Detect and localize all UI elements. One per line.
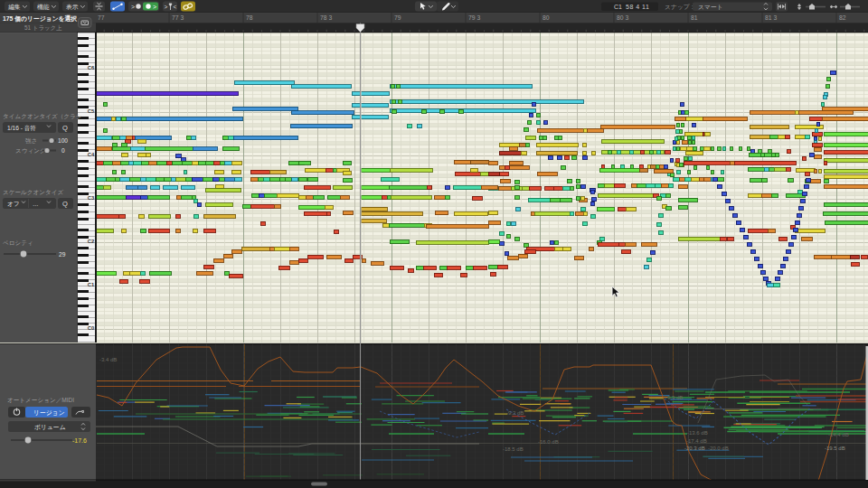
svg-text:81 3: 81 3: [765, 14, 777, 21]
svg-text:スウィング: スウィング: [15, 147, 46, 154]
svg-text:-20.0 dB: -20.0 dB: [708, 446, 729, 451]
svg-text:79 3: 79 3: [468, 14, 480, 21]
svg-text:-20.3 dB: -20.3 dB: [684, 446, 705, 451]
svg-text:-18.5 dB: -18.5 dB: [503, 446, 524, 452]
svg-text:オフ: オフ: [7, 201, 20, 208]
svg-text:C6: C6: [88, 65, 95, 70]
svg-text:0: 0: [61, 147, 65, 154]
svg-text:リージョン: リージョン: [33, 409, 65, 416]
svg-text:>: >: [153, 4, 156, 10]
svg-text:58 4 11: 58 4 11: [626, 4, 649, 10]
svg-text:C0: C0: [88, 325, 94, 331]
svg-text:…: …: [33, 201, 39, 207]
svg-text:77: 77: [98, 14, 105, 21]
svg-text:C1: C1: [88, 282, 95, 287]
svg-text:78 3: 78 3: [320, 14, 332, 21]
svg-text:表示: 表示: [66, 4, 79, 11]
svg-text:51 トラック上: 51 トラック上: [24, 24, 62, 31]
svg-text:-3.4 dB: -3.4 dB: [99, 357, 117, 362]
svg-text:-17.6: -17.6: [72, 437, 87, 444]
svg-text:>: >: [131, 4, 135, 10]
svg-text:-13.6 dB: -13.6 dB: [687, 430, 708, 436]
svg-text:Q: Q: [62, 124, 68, 132]
svg-text:-16.0 dB: -16.0 dB: [538, 439, 559, 445]
svg-text:175 個のリージョンを選択: 175 個のリージョンを選択: [3, 14, 77, 23]
svg-text:Q: Q: [62, 200, 68, 208]
svg-text:C2: C2: [88, 239, 94, 244]
svg-text:-9.9 dB: -9.9 dB: [665, 395, 683, 400]
svg-text:C5: C5: [88, 108, 95, 114]
svg-text:1/16 - 音符: 1/16 - 音符: [7, 125, 36, 132]
svg-text:-14.4 dB: -14.4 dB: [828, 432, 849, 437]
svg-text:スマート: スマート: [698, 4, 723, 10]
svg-text:機能: 機能: [37, 4, 50, 11]
svg-text:79: 79: [394, 14, 401, 21]
svg-text:<: <: [174, 4, 177, 10]
svg-text:-19.5 dB: -19.5 dB: [825, 446, 845, 451]
svg-text:ボリューム: ボリューム: [34, 424, 66, 430]
svg-text:100: 100: [58, 137, 68, 144]
svg-text:29: 29: [59, 251, 66, 258]
svg-text:-9.2 dB: -9.2 dB: [506, 410, 524, 416]
svg-text:オートメーション／MIDI: オートメーション／MIDI: [7, 397, 74, 404]
svg-text:編集: 編集: [8, 4, 21, 10]
svg-text:強さ: 強さ: [25, 137, 37, 145]
svg-text:C1: C1: [614, 4, 622, 10]
svg-text:77 3: 77 3: [172, 14, 184, 21]
svg-text:80: 80: [542, 14, 550, 21]
svg-text:-17.4 dB: -17.4 dB: [686, 438, 707, 444]
svg-text:80 3: 80 3: [617, 14, 628, 21]
svg-text:スナップ :: スナップ :: [665, 4, 693, 10]
svg-text:スケールクオンタイズ: スケールクオンタイズ: [3, 189, 64, 196]
svg-text:C3: C3: [88, 195, 95, 201]
svg-text:>: >: [165, 4, 168, 10]
svg-text:C4: C4: [88, 152, 95, 157]
svg-text:タイムクオンタイズ（クラシ: タイムクオンタイズ（クラシ: [3, 113, 82, 120]
svg-text:82: 82: [839, 14, 846, 21]
svg-text:ベロシティ: ベロシティ: [3, 239, 33, 246]
svg-text:81: 81: [691, 14, 698, 21]
svg-text:78: 78: [246, 14, 253, 21]
